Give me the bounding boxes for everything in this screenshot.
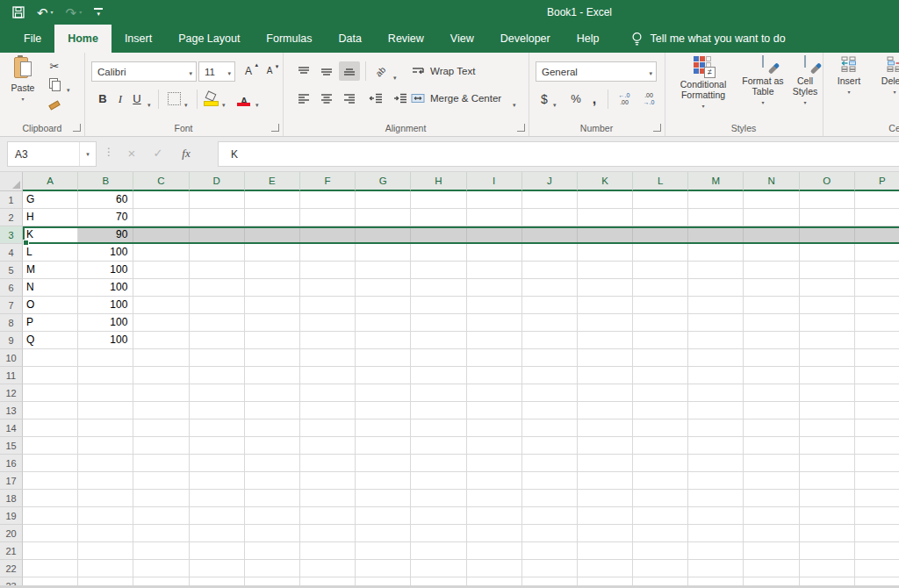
cell-P16[interactable] [855, 455, 899, 472]
cell-E2[interactable] [245, 209, 300, 226]
cell-N10[interactable] [744, 349, 799, 367]
cell-I10[interactable] [467, 349, 522, 367]
cell-G3[interactable] [356, 226, 411, 244]
undo-button[interactable]: ↶▾ [37, 6, 54, 19]
cell-J14[interactable] [522, 419, 578, 437]
cell-P22[interactable] [855, 560, 899, 577]
format-as-table-button[interactable]: Format as Table [740, 56, 786, 108]
cell-P15[interactable] [855, 437, 899, 455]
cell-D1[interactable] [190, 191, 245, 209]
cell-A4[interactable]: L [23, 244, 78, 262]
cell-C17[interactable] [133, 472, 189, 490]
insert-dropdown-icon[interactable] [847, 86, 850, 97]
cell-O20[interactable] [800, 525, 855, 542]
cell-E3[interactable] [245, 226, 300, 244]
cell-D3[interactable] [190, 226, 245, 244]
cell-A15[interactable] [23, 437, 78, 455]
cell-F10[interactable] [300, 349, 356, 367]
cell-A10[interactable] [23, 349, 78, 367]
orientation-button[interactable]: ab [370, 61, 392, 81]
column-header-H[interactable]: H [411, 172, 466, 191]
cell-G14[interactable] [356, 419, 411, 437]
cell-O10[interactable] [800, 349, 855, 367]
row-header-16[interactable]: 16 [0, 455, 23, 472]
cell-L2[interactable] [633, 209, 688, 226]
row-header-13[interactable]: 13 [0, 402, 23, 419]
cell-N11[interactable] [744, 367, 799, 384]
cell-A3[interactable]: K [23, 226, 78, 244]
cell-styles-dropdown-icon[interactable] [803, 97, 806, 108]
cell-I16[interactable] [467, 455, 522, 472]
cell-D9[interactable] [190, 332, 245, 349]
cell-F15[interactable] [300, 437, 356, 455]
cell-G5[interactable] [356, 262, 411, 279]
cell-J11[interactable] [522, 367, 578, 384]
column-header-F[interactable]: F [300, 172, 356, 191]
cancel-button[interactable]: × [121, 141, 142, 165]
cell-B20[interactable] [78, 525, 133, 542]
cell-N7[interactable] [744, 297, 799, 314]
cell-P17[interactable] [855, 472, 899, 490]
cell-P6[interactable] [855, 279, 899, 297]
cell-O8[interactable] [800, 314, 855, 332]
cell-D14[interactable] [190, 419, 245, 437]
cell-G12[interactable] [356, 384, 411, 402]
align-right-button[interactable] [339, 89, 360, 108]
cell-A22[interactable] [23, 560, 78, 577]
cell-A5[interactable]: M [23, 262, 78, 279]
cell-L9[interactable] [633, 332, 688, 349]
cell-D15[interactable] [190, 437, 245, 455]
cell-B16[interactable] [78, 455, 133, 472]
cell-O14[interactable] [800, 419, 855, 437]
cell-J9[interactable] [522, 332, 578, 349]
row-header-2[interactable]: 2 [0, 209, 23, 226]
cell-A18[interactable] [23, 490, 78, 507]
cell-I21[interactable] [467, 542, 522, 560]
cell-J8[interactable] [522, 314, 578, 332]
cell-J4[interactable] [522, 244, 578, 262]
cell-J2[interactable] [522, 209, 578, 226]
cell-P21[interactable] [855, 542, 899, 560]
row-header-10[interactable]: 10 [0, 349, 23, 367]
cell-D2[interactable] [190, 209, 245, 226]
cell-P9[interactable] [855, 332, 899, 349]
cell-M6[interactable] [688, 279, 744, 297]
cell-C7[interactable] [133, 297, 189, 314]
cell-I5[interactable] [467, 262, 522, 279]
cell-K1[interactable] [578, 191, 633, 209]
select-all-button[interactable] [0, 172, 23, 191]
middle-align-button[interactable] [316, 61, 337, 81]
cell-O16[interactable] [800, 455, 855, 472]
cell-D12[interactable] [190, 384, 245, 402]
row-header-7[interactable]: 7 [0, 297, 23, 314]
bold-button[interactable]: B [95, 89, 111, 109]
customize-quick-access-button[interactable]: ▾ [94, 8, 103, 17]
cell-J21[interactable] [522, 542, 578, 560]
cell-C13[interactable] [133, 402, 189, 419]
cell-F1[interactable] [300, 191, 356, 209]
merge-center-button[interactable]: Merge & Center [411, 89, 501, 108]
cell-E22[interactable] [245, 560, 300, 577]
cell-O4[interactable] [800, 244, 855, 262]
format-as-table-dropdown-icon[interactable] [761, 97, 764, 108]
column-header-A[interactable]: A [23, 172, 78, 191]
cell-M17[interactable] [688, 472, 744, 490]
cell-E21[interactable] [245, 542, 300, 560]
cell-J17[interactable] [522, 472, 578, 490]
cell-B22[interactable] [78, 560, 133, 577]
cell-J7[interactable] [522, 297, 578, 314]
clipboard-dialog-launcher[interactable] [73, 124, 81, 132]
cell-E18[interactable] [245, 490, 300, 507]
cell-I12[interactable] [467, 384, 522, 402]
row-header-6[interactable]: 6 [0, 279, 23, 297]
cell-H3[interactable] [411, 226, 466, 244]
cell-I15[interactable] [467, 437, 522, 455]
cell-K10[interactable] [578, 349, 633, 367]
cell-F11[interactable] [300, 367, 356, 384]
row-header-5[interactable]: 5 [0, 262, 23, 279]
delete-cells-button[interactable]: Delete [875, 56, 899, 97]
row-header-14[interactable]: 14 [0, 419, 23, 437]
cell-H15[interactable] [411, 437, 466, 455]
column-header-E[interactable]: E [245, 172, 300, 191]
cell-M2[interactable] [688, 209, 744, 226]
